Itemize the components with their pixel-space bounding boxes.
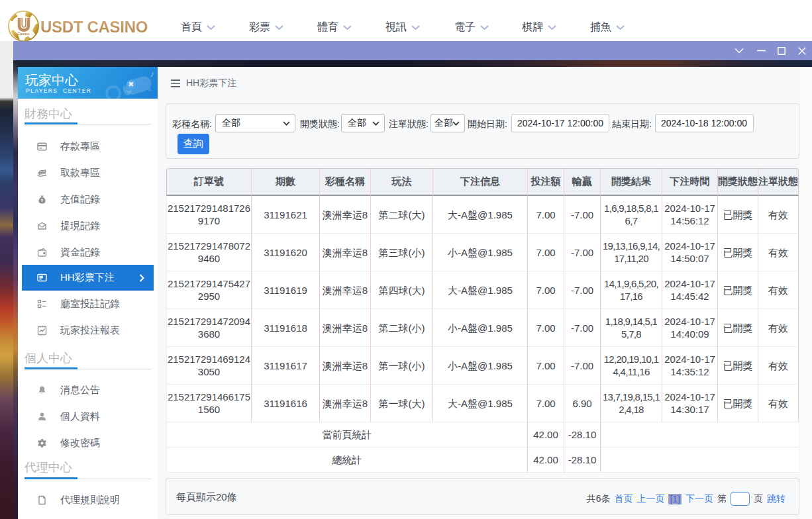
svg-text:Casino: Casino (17, 32, 30, 36)
